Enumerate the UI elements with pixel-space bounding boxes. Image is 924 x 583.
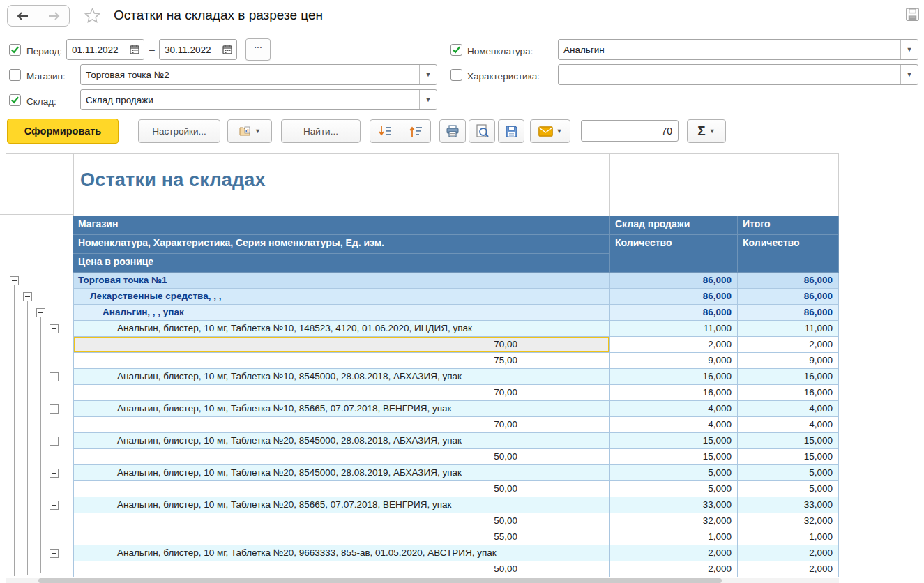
save-result-button[interactable]	[498, 119, 524, 143]
collapse-groups-button[interactable]	[400, 120, 430, 142]
header-warehouse-col[interactable]: Склад продажи	[610, 216, 738, 235]
qty-warehouse-cell[interactable]: 86,000	[610, 273, 738, 289]
price-cell[interactable]: 70,00	[73, 337, 610, 353]
generate-report-button[interactable]: Сформировать	[7, 119, 119, 144]
qty-total-cell[interactable]: 2,000	[738, 545, 839, 561]
label-cell[interactable]: Анальгин, блистер, 10 мг, Таблетка №10, …	[73, 401, 610, 417]
price-cell[interactable]: 55,00	[73, 529, 610, 545]
send-mail-button[interactable]: ▼	[530, 119, 570, 143]
qty-total-cell[interactable]: 2,000	[738, 337, 839, 353]
qty-total-cell[interactable]: 5,000	[738, 481, 839, 497]
save-window-settings-button[interactable]	[904, 6, 921, 25]
chevron-down-icon[interactable]: ▼	[900, 65, 918, 84]
tree-collapse-button[interactable]	[50, 501, 59, 510]
tree-collapse-button[interactable]	[36, 308, 45, 317]
qty-total-cell[interactable]: 15,000	[738, 433, 839, 449]
header-qty-warehouse[interactable]: Количество	[610, 235, 738, 273]
forward-button[interactable]	[38, 6, 69, 26]
autosum-field[interactable]: 70	[581, 120, 679, 142]
qty-warehouse-cell[interactable]: 4,000	[610, 401, 738, 417]
horizontal-scrollbar-thumb[interactable]	[38, 578, 722, 583]
qty-total-cell[interactable]: 16,000	[738, 369, 839, 385]
print-button[interactable]	[439, 119, 466, 143]
period-to-field[interactable]: 30.11.2022	[159, 39, 237, 60]
price-cell[interactable]: 75,00	[73, 353, 610, 369]
nomenclature-combobox[interactable]: Анальгин ▼	[558, 39, 918, 60]
qty-warehouse-cell[interactable]: 86,000	[610, 305, 738, 321]
qty-total-cell[interactable]: 1,000	[738, 529, 839, 545]
label-cell[interactable]: Анальгин, блистер, 10 мг, Таблетка №10, …	[73, 369, 610, 385]
qty-warehouse-cell[interactable]: 2,000	[610, 561, 738, 577]
qty-warehouse-cell[interactable]: 1,000	[610, 529, 738, 545]
qty-warehouse-cell[interactable]: 9,000	[610, 353, 738, 369]
qty-warehouse-cell[interactable]: 2,000	[610, 337, 738, 353]
characteristic-combobox[interactable]: ▼	[558, 64, 918, 85]
qty-warehouse-cell[interactable]: 5,000	[610, 465, 738, 481]
qty-warehouse-cell[interactable]: 5,000	[610, 481, 738, 497]
settings-button[interactable]: Настройки...	[138, 119, 220, 143]
qty-total-cell[interactable]: 33,000	[738, 497, 839, 513]
tree-collapse-button[interactable]	[50, 324, 59, 333]
qty-warehouse-cell[interactable]: 11,000	[610, 321, 738, 337]
warehouse-checkbox[interactable]	[9, 94, 21, 106]
qty-warehouse-cell[interactable]: 15,000	[610, 433, 738, 449]
chevron-down-icon[interactable]: ▼	[900, 40, 918, 59]
tree-collapse-button[interactable]	[23, 292, 32, 301]
qty-total-cell[interactable]: 2,000	[738, 561, 839, 577]
qty-total-cell[interactable]: 4,000	[738, 417, 839, 433]
tree-collapse-button[interactable]	[50, 469, 59, 478]
favorite-star-icon[interactable]	[84, 7, 101, 27]
expand-groups-button[interactable]	[370, 120, 400, 142]
price-cell[interactable]: 50,00	[73, 481, 610, 497]
calendar-icon[interactable]	[126, 40, 144, 59]
tree-collapse-button[interactable]	[10, 276, 19, 285]
report-variants-button[interactable]: ▼	[227, 119, 272, 143]
chevron-down-icon[interactable]: ▼	[419, 65, 437, 84]
label-cell[interactable]: Анальгин, блистер, 10 мг, Таблетка №20, …	[73, 497, 610, 513]
price-cell[interactable]: 70,00	[73, 417, 610, 433]
price-cell[interactable]: 50,00	[73, 561, 610, 577]
warehouse-combobox[interactable]: Склад продажи ▼	[80, 89, 437, 110]
price-cell[interactable]: 50,00	[73, 513, 610, 529]
qty-total-cell[interactable]: 5,000	[738, 465, 839, 481]
qty-warehouse-cell[interactable]: 16,000	[610, 369, 738, 385]
qty-total-cell[interactable]: 86,000	[738, 305, 839, 321]
tree-collapse-button[interactable]	[50, 372, 59, 381]
header-qty-total[interactable]: Количество	[738, 235, 839, 273]
header-nomenclature-cell[interactable]: Номенклатура, Характеристика, Серия номе…	[73, 235, 610, 254]
label-cell[interactable]: Анальгин, блистер, 10 мг, Таблетка №20, …	[73, 465, 610, 481]
qty-total-cell[interactable]: 86,000	[738, 289, 839, 305]
sigma-button[interactable]: Σ ▼	[687, 119, 726, 143]
qty-warehouse-cell[interactable]: 15,000	[610, 449, 738, 465]
label-cell[interactable]: Анальгин, , , упак	[73, 305, 610, 321]
header-total-col[interactable]: Итого	[738, 216, 839, 235]
qty-total-cell[interactable]: 9,000	[738, 353, 839, 369]
label-cell[interactable]: Анальгин, блистер, 10 мг, Таблетка №20, …	[73, 545, 610, 561]
header-price-cell[interactable]: Цена в рознице	[73, 254, 610, 273]
period-checkbox[interactable]	[9, 44, 21, 56]
period-from-field[interactable]: 01.11.2022	[66, 39, 144, 60]
label-cell[interactable]: Анальгин, блистер, 10 мг, Таблетка №10, …	[73, 321, 610, 337]
preview-button[interactable]	[469, 119, 495, 143]
label-cell[interactable]: Анальгин, блистер, 10 мг, Таблетка №20, …	[73, 433, 610, 449]
nomenclature-checkbox[interactable]	[450, 44, 462, 56]
qty-warehouse-cell[interactable]: 2,000	[610, 545, 738, 561]
header-store-cell[interactable]: Магазин	[73, 216, 610, 235]
qty-warehouse-cell[interactable]: 16,000	[610, 385, 738, 401]
qty-total-cell[interactable]: 4,000	[738, 401, 839, 417]
chevron-down-icon[interactable]: ▼	[419, 90, 437, 109]
tree-collapse-button[interactable]	[50, 437, 59, 446]
label-cell[interactable]: Лекарственные средства, , ,	[73, 289, 610, 305]
find-button[interactable]: Найти...	[281, 119, 361, 143]
back-button[interactable]	[8, 6, 38, 26]
price-cell[interactable]: 70,00	[73, 385, 610, 401]
store-checkbox[interactable]	[9, 69, 21, 81]
qty-warehouse-cell[interactable]: 32,000	[610, 513, 738, 529]
tree-collapse-button[interactable]	[50, 404, 59, 414]
qty-warehouse-cell[interactable]: 33,000	[610, 497, 738, 513]
qty-total-cell[interactable]: 15,000	[738, 449, 839, 465]
qty-total-cell[interactable]: 32,000	[738, 513, 839, 529]
store-combobox[interactable]: Торговая точка №2 ▼	[80, 64, 437, 85]
calendar-icon[interactable]	[218, 40, 236, 59]
price-cell[interactable]: 50,00	[73, 449, 610, 465]
